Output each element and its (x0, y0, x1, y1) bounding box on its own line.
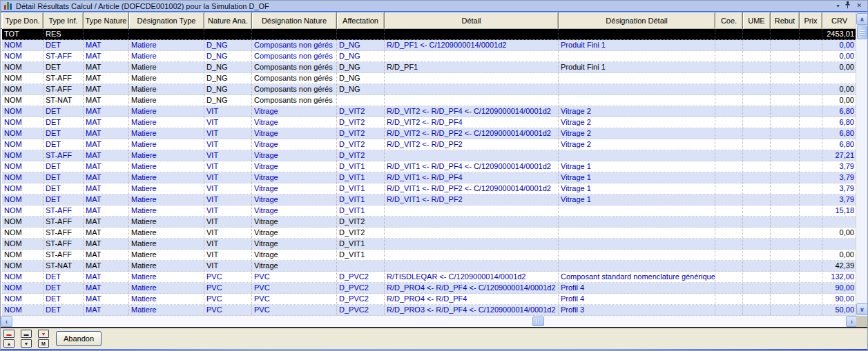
column-header-d-signation-d-tail[interactable]: Désignation Détail (559, 12, 715, 29)
table-cell (743, 150, 771, 161)
column-header-d-signation-type[interactable]: Désignation Type (129, 12, 204, 29)
table-cell: MAT (84, 272, 129, 282)
table-row[interactable]: NOMDETMATMatierePVCPVCD_PVC2R/D_PRO3 <- … (2, 305, 857, 316)
column-header-prix[interactable]: Prix (800, 12, 822, 29)
table-row[interactable]: NOMST-AFFMATMatiereVITVitrageD_VIT115,18 (2, 205, 857, 217)
table-cell: R/D_VIT1 <- R/D_PF2 (385, 194, 559, 205)
table-cell (800, 51, 822, 61)
table-row[interactable]: NOMST-AFFMATMatiereVITVitrageD_VIT10,00 (2, 250, 857, 261)
table-cell: Profil 3 (559, 305, 715, 315)
table-cell (559, 84, 715, 94)
nav-m-button[interactable]: M (38, 339, 49, 348)
table-row[interactable]: NOMDETMATMatiereD_NGComposants non gérés… (2, 40, 857, 51)
table-row[interactable]: NOMDETMATMatiereD_NGComposants non gérés… (2, 62, 857, 73)
table-row[interactable]: NOMST-NATMATMatiereD_NGComposants non gé… (2, 95, 857, 106)
table-row[interactable]: NOMST-AFFMATMatiereVITVitrageD_VIT20,00 (2, 228, 857, 239)
column-header-d-tail[interactable]: Détail (385, 12, 559, 29)
table-cell: D_PVC2 (337, 305, 385, 315)
table-cell (715, 239, 743, 249)
table-cell (771, 128, 800, 139)
table-cell: Vitrage (252, 106, 337, 117)
table-row[interactable]: NOMDETMATMatiereVITVitrageD_VIT2R/D_VIT2… (2, 128, 857, 139)
column-header-type-inf[interactable]: Type Inf. (44, 12, 84, 29)
table-row[interactable]: NOMDETMATMatiereVITVitrageD_VIT1R/D_VIT1… (2, 172, 857, 183)
column-header-coe[interactable]: Coe. (715, 12, 743, 29)
nav-up-button[interactable]: ▲ (3, 339, 15, 348)
column-header-crv[interactable]: CRV (822, 12, 857, 29)
nav-red-down-button[interactable]: ▼ (38, 330, 49, 338)
table-cell: D_NG (337, 73, 385, 83)
table-cell: NOM (2, 205, 44, 216)
table-row[interactable]: NOMST-AFFMATMatiereD_NGComposants non gé… (2, 84, 857, 95)
table-row[interactable]: NOMST-AFFMATMatiereVITVitrageD_VIT227,21 (2, 150, 857, 161)
table-row[interactable]: NOMDETMATMatiereVITVitrageD_VIT2R/D_VIT2… (2, 106, 857, 117)
table-cell (385, 250, 559, 260)
scroll-left-icon[interactable]: ‹ (1, 316, 12, 327)
table-row[interactable]: NOMDETMATMatierePVCPVCD_PVC2R/TISDLEQAR … (2, 272, 857, 283)
vertical-scroll-thumb[interactable] (857, 26, 867, 39)
chevron-down-icon[interactable]: ▾ (836, 3, 839, 9)
nav-black-bar-button[interactable]: ▬ (21, 330, 32, 338)
table-row[interactable]: NOMDETMATMatiereVITVitrageD_VIT1R/D_VIT1… (2, 194, 857, 205)
column-header-nature-ana[interactable]: Nature Ana. (204, 12, 252, 29)
pin-icon[interactable] (845, 1, 851, 10)
scroll-up-icon[interactable]: ∧ (856, 13, 868, 25)
table-cell: PVC (204, 272, 252, 282)
table-row[interactable]: NOMDETMATMatierePVCPVCD_PVC2R/D_PRO4 <- … (2, 283, 857, 294)
column-header-type-don[interactable]: Type Don. (2, 12, 44, 29)
table-row[interactable]: NOMST-AFFMATMatiereD_NGComposants non gé… (2, 73, 857, 84)
horizontal-scrollbar[interactable]: ‹ › (1, 316, 858, 327)
table-cell (385, 228, 559, 238)
table-row[interactable]: NOMDETMATMatierePVCPVCD_PVC2R/D_PRO4 <- … (2, 294, 857, 305)
table-cell: R/D_VIT2 <- R/D_PF4 (385, 117, 559, 128)
column-header-ume[interactable]: UME (743, 12, 771, 29)
table-cell (715, 250, 743, 260)
nav-red-bar-button[interactable]: ▬ (3, 330, 15, 338)
table-cell (771, 294, 800, 304)
scroll-down-icon[interactable]: ∨ (856, 303, 868, 315)
horizontal-scroll-thumb[interactable] (532, 317, 544, 326)
table-row[interactable]: NOMST-AFFMATMatiereVITVitrageD_VIT2 (2, 217, 857, 228)
close-icon[interactable]: ✕ (856, 3, 862, 9)
table-cell: MAT (84, 106, 129, 117)
table-row[interactable]: NOMDETMATMatiereVITVitrageD_VIT1R/D_VIT1… (2, 183, 857, 194)
nav-button-group: ▬▬▼▲▼M (3, 330, 49, 348)
table-cell: D_NG (337, 62, 385, 72)
table-cell (337, 261, 385, 271)
table-cell: Matiere (129, 139, 204, 150)
abandon-button[interactable]: Abandon (56, 331, 102, 346)
table-cell: NOM (2, 117, 44, 128)
table-row[interactable]: NOMDETMATMatiereVITVitrageD_VIT2R/D_VIT2… (2, 117, 857, 128)
table-cell: Composants non gérés (252, 51, 337, 61)
table-cell: ST-AFF (44, 84, 84, 94)
table-cell (771, 95, 800, 106)
column-header-type-nature[interactable]: Type Nature (84, 12, 129, 29)
table-cell: 27,21 (822, 150, 857, 161)
table-cell: Vitrage (252, 194, 337, 205)
table-row[interactable]: NOMST-AFFMATMatiereD_NGComposants non gé… (2, 51, 857, 62)
table-cell (715, 294, 743, 304)
nav-up-icon: ▲ (7, 341, 12, 346)
column-header-affectation[interactable]: Affectation (337, 12, 385, 29)
table-row[interactable]: NOMST-AFFMATMatiereVITVitrageD_VIT1 (2, 239, 857, 250)
table-cell (771, 250, 800, 260)
table-cell: MAT (84, 51, 129, 61)
vertical-scrollbar[interactable]: ∧ ∨ (856, 12, 867, 316)
table-row-selected[interactable]: TOTRES2453,01 (2, 29, 857, 40)
results-detail-window: Détail Résultats Calcul / Article (DOFCD… (0, 0, 868, 351)
table-cell: DET (44, 305, 84, 315)
table-row[interactable]: NOMDETMATMatiereVITVitrageD_VIT2R/D_VIT2… (2, 139, 857, 150)
table-cell: NOM (2, 272, 44, 282)
table-row[interactable]: NOMDETMATMatiereVITVitrageD_VIT1R/D_VIT1… (2, 161, 857, 172)
nav-down-button[interactable]: ▼ (21, 339, 32, 348)
table-cell: MAT (84, 128, 129, 139)
table-cell (743, 239, 771, 249)
table-row[interactable]: NOMST-NATMATMatiereVITVitrage42,39 (2, 261, 857, 272)
column-header-rebut[interactable]: Rebut (771, 12, 800, 29)
table-cell (800, 194, 822, 205)
table-cell: 90,00 (822, 294, 857, 304)
column-header-d-signation-nature[interactable]: Désignation Nature (252, 12, 337, 29)
table-cell (800, 95, 822, 106)
titlebar[interactable]: Détail Résultats Calcul / Article (DOFCD… (1, 1, 867, 12)
table-cell: DET (44, 62, 84, 72)
